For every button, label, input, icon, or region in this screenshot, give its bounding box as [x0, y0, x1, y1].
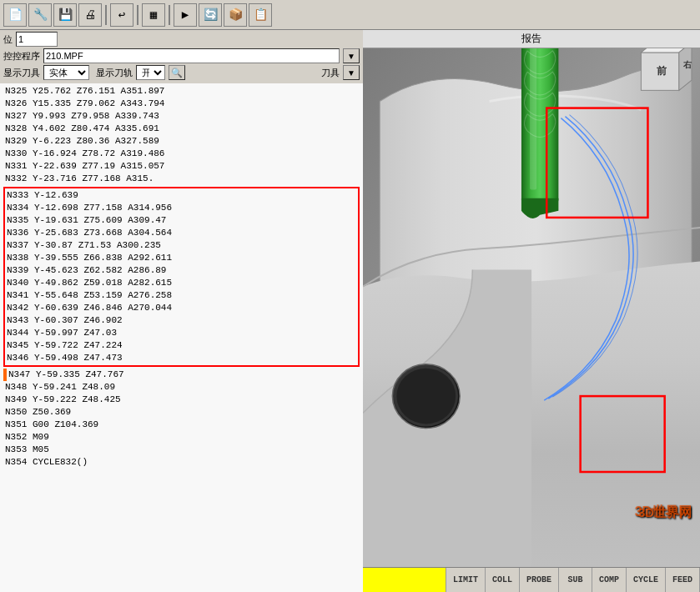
toolbar-icon-2[interactable]: 🔧	[28, 3, 52, 27]
toolbar-separator-3	[169, 5, 170, 25]
toolbar-print-icon[interactable]: 🖨	[78, 3, 102, 27]
nc-line[interactable]: N326 Y15.335 Z79.062 A343.794	[3, 98, 360, 110]
status-cycle[interactable]: CYCLE	[627, 568, 666, 592]
left-panel: 位 控控程序 ▼ 显示刀具 实体 线框 显示刀轨 开 关	[0, 30, 363, 592]
nc-line[interactable]: N331 Y-22.639 Z77.19 A315.057	[3, 160, 360, 173]
status-feed[interactable]: FEED	[666, 568, 700, 592]
status-coll[interactable]: COLL	[486, 568, 520, 592]
nc-line[interactable]: N330 Y-16.924 Z78.72 A319.486	[3, 148, 360, 160]
program-dropdown-btn[interactable]: ▼	[343, 48, 360, 63]
nc-block-selection: N333 Y-12.639 N334 Y-12.698 Z77.158 A314…	[3, 187, 360, 367]
nc-line[interactable]: N352 M09	[3, 431, 360, 444]
status-bar: LIMIT COLL PROBE SUB COMP CYCLE FEED	[363, 567, 700, 592]
main-content: 位 控控程序 ▼ 显示刀具 实体 线框 显示刀轨 开 关	[0, 30, 700, 592]
nc-line[interactable]: N329 Y-6.223 Z80.36 A327.589	[3, 135, 360, 148]
display-blade-select[interactable]: 开 关	[136, 65, 165, 80]
nc-line[interactable]: N333 Y-12.639	[5, 189, 358, 202]
nc-line[interactable]: N336 Y-25.683 Z73.668 A304.564	[5, 227, 358, 239]
display-blade-label: 显示刀轨	[96, 67, 133, 79]
tool-dropdown-btn[interactable]: ▼	[343, 65, 360, 80]
nc-line[interactable]: N339 Y-45.623 Z62.582 A286.89	[5, 264, 358, 277]
nc-line[interactable]: N349 Y-59.222 Z48.425	[3, 394, 360, 406]
toolbar-undo-icon[interactable]: ↩	[110, 3, 133, 27]
nc-line[interactable]: N346 Y-59.498 Z47.473	[5, 352, 358, 364]
right-panel: 报告	[363, 30, 700, 592]
display-tool-label: 显示刀具	[3, 67, 40, 79]
status-probe[interactable]: PROBE	[520, 568, 559, 592]
toolbar-separator-1	[105, 5, 107, 25]
nc-line[interactable]: N348 Y-59.241 Z48.09	[3, 381, 360, 394]
nc-line[interactable]: N342 Y-60.639 Z46.846 A270.044	[5, 302, 358, 314]
nc-line[interactable]: N337 Y-30.87 Z71.53 A300.235	[5, 239, 358, 252]
nc-line[interactable]: N354 CYCLE832()	[3, 456, 360, 469]
nc-line[interactable]: N338 Y-39.555 Z66.838 A292.611	[5, 252, 358, 264]
toolbar-new-icon[interactable]: 📄	[3, 3, 27, 27]
svg-text:右: 右	[682, 60, 692, 69]
toolbar-extra1-icon[interactable]: 📦	[224, 3, 247, 27]
status-yellow-bar	[363, 568, 446, 592]
status-limit[interactable]: LIMIT	[446, 568, 486, 592]
tool-label: 刀具	[321, 67, 340, 79]
nc-line[interactable]: N327 Y9.993 Z79.958 A339.743	[3, 110, 360, 123]
nc-line[interactable]: N351 G00 Z104.369	[3, 419, 360, 431]
nc-line[interactable]: N340 Y-49.862 Z59.018 A282.615	[5, 277, 358, 289]
viewport-3d[interactable]: 前 右 3D世界网 3D世界网	[363, 48, 700, 567]
svg-rect-5	[530, 48, 536, 190]
nc-line[interactable]: N341 Y-55.648 Z53.159 A276.258	[5, 289, 358, 302]
nc-line-selected[interactable]: N347 Y-59.335 Z47.767	[3, 369, 360, 381]
left-controls: 位 控控程序 ▼ 显示刀具 实体 线框 显示刀轨 开 关	[0, 30, 363, 83]
svg-text:前: 前	[657, 65, 667, 77]
toolbar-sim-icon[interactable]: ▶	[174, 3, 197, 27]
nc-line[interactable]: N343 Y-60.307 Z46.902	[5, 314, 358, 327]
toolbar-view1-icon[interactable]: ▦	[142, 3, 165, 27]
toolbar-extra2-icon[interactable]: 📋	[249, 3, 272, 27]
nc-line[interactable]: N344 Y-59.997 Z47.03	[5, 327, 358, 339]
nc-line[interactable]: N345 Y-59.722 Z47.224	[5, 339, 358, 352]
program-input[interactable]	[43, 48, 340, 63]
nc-line[interactable]: N325 Y25.762 Z76.151 A351.897	[3, 85, 360, 98]
program-label: 控控程序	[3, 50, 40, 63]
display-tool-select[interactable]: 实体 线框	[43, 65, 89, 80]
toolbar: 📄 🔧 💾 🖨 ↩ ▦ ▶ 🔄 📦 📋	[0, 0, 700, 30]
logo-display: 3D世界网	[638, 505, 692, 521]
nc-line[interactable]: N350 Z50.369	[3, 406, 360, 419]
toolbar-save-icon[interactable]: 💾	[53, 3, 77, 27]
nc-line[interactable]: N332 Y-23.716 Z77.168 A315.	[3, 173, 360, 185]
search-icon-btn[interactable]: 🔍	[169, 65, 185, 80]
viewport-svg: 前 右	[363, 48, 700, 567]
nc-line[interactable]: N335 Y-19.631 Z75.609 A309.47	[5, 214, 358, 227]
viewport-title: 报告	[363, 30, 700, 48]
nc-line[interactable]: N328 Y4.602 Z80.474 A335.691	[3, 123, 360, 135]
toolbar-separator-2	[137, 5, 138, 25]
status-sub[interactable]: SUB	[559, 568, 592, 592]
toolbar-path-icon[interactable]: 🔄	[199, 3, 222, 27]
position-label: 位	[3, 33, 13, 46]
position-input[interactable]	[16, 32, 58, 47]
status-comp[interactable]: COMP	[592, 568, 627, 592]
svg-rect-4	[521, 48, 558, 203]
nc-line[interactable]: N334 Y-12.698 Z77.158 A314.956	[5, 202, 358, 214]
nc-code-area[interactable]: N325 Y25.762 Z76.151 A351.897 N326 Y15.3…	[0, 83, 363, 592]
nc-line[interactable]: N353 M05	[3, 444, 360, 456]
svg-point-3	[396, 369, 456, 424]
